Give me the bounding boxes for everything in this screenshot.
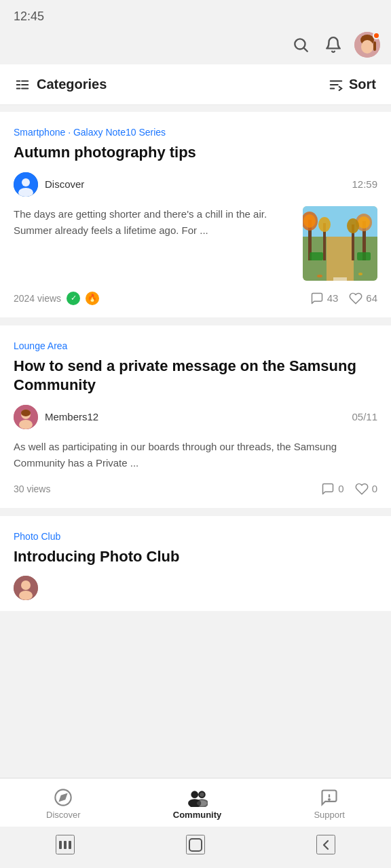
user-avatar-wrap[interactable]: [354, 32, 380, 58]
view-count: 2024 views: [14, 293, 61, 304]
bell-icon: [324, 36, 342, 54]
content-area: Smartphone · Galaxy Note10 Series Autumn…: [0, 105, 391, 778]
nav-item-discover[interactable]: Discover: [33, 785, 94, 823]
author-name: Discover: [45, 178, 84, 190]
sort-label: Sort: [349, 77, 376, 92]
back-icon: [318, 837, 334, 853]
post-title: Autumn photography tips: [14, 143, 377, 163]
search-button[interactable]: [289, 33, 312, 56]
author-avatar: [14, 172, 38, 197]
community-icon: [187, 788, 208, 807]
discover-avatar-img: [14, 172, 38, 197]
svg-point-16: [22, 178, 30, 186]
svg-rect-32: [310, 252, 323, 260]
photoclub-avatar-img: [14, 576, 38, 600]
svg-rect-5: [373, 41, 376, 51]
post-card[interactable]: Smartphone · Galaxy Note10 Series Autumn…: [0, 112, 391, 317]
search-icon: [292, 36, 310, 54]
comment-count: 43: [327, 292, 339, 304]
recent-apps-icon: [57, 837, 73, 853]
author-name: Members12: [45, 411, 98, 422]
autumn-thumbnail: [303, 206, 377, 281]
svg-rect-52: [59, 841, 62, 849]
svg-point-46: [191, 792, 198, 798]
post-author: [14, 576, 38, 600]
post-meta: [14, 576, 377, 600]
author-avatar: [14, 405, 38, 429]
support-icon: [320, 788, 339, 807]
comment-action[interactable]: 43: [310, 292, 339, 305]
members-avatar-img: [14, 405, 38, 429]
svg-point-35: [358, 273, 362, 275]
view-count: 30 views: [14, 484, 50, 494]
like-action[interactable]: 0: [355, 482, 377, 496]
post-excerpt: As well as participating in our boards t…: [14, 439, 377, 471]
notification-dot: [373, 32, 380, 39]
post-category: Lounge Area: [14, 340, 377, 351]
post-meta: Members12 05/11: [14, 405, 377, 429]
svg-point-24: [303, 214, 316, 228]
post-card[interactable]: Photo Club Introducing Photo Club: [0, 516, 391, 611]
like-count: 64: [366, 292, 377, 304]
comment-icon: [310, 292, 324, 305]
heart-icon: [355, 482, 369, 496]
svg-point-42: [21, 580, 31, 590]
svg-rect-33: [357, 252, 371, 260]
nav-label-support: Support: [314, 810, 345, 820]
bottom-nav: Discover Community Support: [0, 778, 391, 827]
svg-rect-19: [327, 237, 354, 281]
categories-section[interactable]: Categories: [15, 77, 107, 92]
status-bar: 12:45: [0, 0, 391, 28]
post-category: Photo Club: [14, 531, 377, 542]
categories-label: Categories: [37, 77, 107, 92]
post-footer: 30 views 0 0: [14, 482, 377, 496]
nav-item-support[interactable]: Support: [300, 785, 358, 823]
author-avatar: [14, 576, 38, 600]
svg-rect-36: [333, 277, 347, 281]
home-button[interactable]: [186, 835, 205, 854]
post-thumbnail: [303, 206, 377, 281]
post-body: The days are getting shorter and there's…: [14, 206, 377, 281]
post-author: Discover: [14, 172, 84, 197]
svg-point-47: [199, 792, 205, 798]
post-card[interactable]: Lounge Area How to send a private messag…: [0, 326, 391, 508]
svg-point-34: [317, 275, 322, 277]
bell-button[interactable]: [322, 33, 345, 56]
like-action[interactable]: 64: [349, 292, 377, 305]
like-count: 0: [372, 483, 377, 494]
sort-icon: [329, 77, 343, 92]
post-actions: 0 0: [321, 482, 377, 496]
svg-rect-54: [69, 841, 71, 849]
svg-point-31: [347, 218, 359, 233]
heart-icon: [349, 292, 362, 305]
post-meta: Discover 12:59: [14, 172, 377, 197]
svg-marker-45: [60, 794, 67, 801]
post-time: 05/11: [352, 411, 377, 422]
svg-point-51: [329, 799, 330, 800]
comment-icon: [321, 482, 335, 496]
home-icon: [187, 837, 204, 853]
compass-icon: [54, 788, 73, 807]
nav-item-community[interactable]: Community: [160, 785, 236, 823]
post-footer: 2024 views ✓ 🔥 43 64: [14, 292, 377, 305]
svg-rect-53: [64, 841, 67, 849]
svg-line-1: [304, 48, 308, 52]
svg-point-49: [196, 800, 207, 807]
badge-verified: ✓: [67, 292, 80, 305]
views-section: 2024 views ✓ 🔥: [14, 292, 99, 305]
post-body: As well as participating in our boards t…: [14, 439, 377, 471]
svg-point-43: [19, 591, 33, 600]
post-title: Introducing Photo Club: [14, 547, 377, 567]
system-nav-bar: [0, 827, 391, 868]
recent-apps-button[interactable]: [56, 835, 75, 854]
comment-count: 0: [338, 483, 343, 494]
svg-point-27: [358, 216, 370, 229]
back-button[interactable]: [316, 835, 335, 854]
svg-point-4: [361, 40, 373, 54]
post-author: Members12: [14, 405, 98, 429]
comment-action[interactable]: 0: [321, 482, 343, 496]
sort-button[interactable]: Sort: [329, 77, 376, 92]
nav-label-community: Community: [173, 810, 222, 820]
post-category: Smartphone · Galaxy Note10 Series: [14, 127, 377, 138]
post-actions: 43 64: [310, 292, 377, 305]
